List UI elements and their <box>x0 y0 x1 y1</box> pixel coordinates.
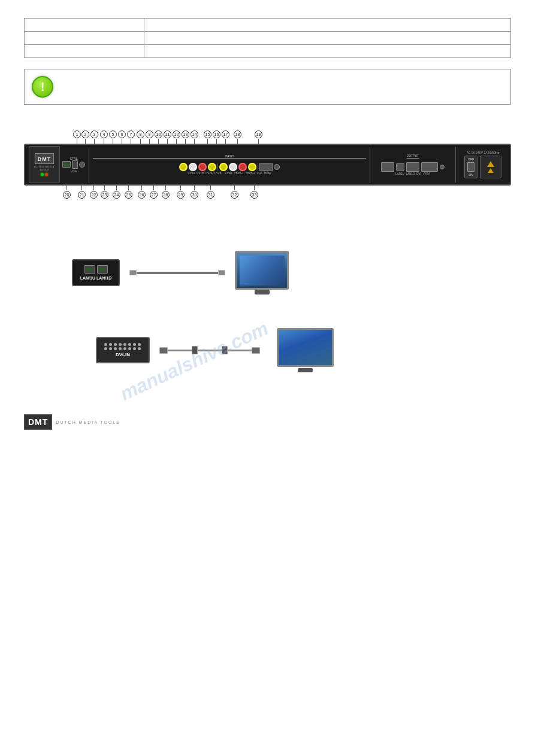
dvi-pin <box>128 343 131 346</box>
monitor-screen-1 <box>240 256 285 286</box>
lan-device-box: LAN/1U LAN/1D <box>72 259 120 286</box>
annotations-top: 1 2 3 4 5 6 7 <box>24 123 511 144</box>
vga-label: VGA <box>257 172 263 175</box>
dvi-connection-diagram: DVI-IN <box>96 328 511 372</box>
dvi-out-label: DVI <box>416 172 421 175</box>
dvi-pin <box>119 347 122 350</box>
dvi-input-1 <box>259 163 273 171</box>
divider-1 <box>89 147 89 183</box>
ann-5: 5 <box>109 130 117 144</box>
table-row <box>25 19 511 32</box>
ann-19: 19 <box>255 130 262 144</box>
ann-22: 22 <box>90 186 98 199</box>
lan1d-label: LAN1D <box>406 172 415 175</box>
cable-end-left <box>129 270 137 275</box>
input-section: INPUT <box>93 154 366 175</box>
ann-33: 33 <box>250 186 258 199</box>
ctrl-button <box>79 162 85 168</box>
ann-17: 17 <box>222 130 229 144</box>
dmt-tools: TOOLS <box>40 168 49 171</box>
dvi-pin <box>109 343 112 346</box>
monitor-stand-1 <box>255 290 270 294</box>
switch-toggle <box>467 162 474 172</box>
ctrl-label: CTRL <box>69 157 77 160</box>
monitor-2 <box>277 328 334 367</box>
lan1u-label: LAN1U <box>395 172 404 175</box>
ann-15: 15 <box>204 130 211 144</box>
dvi-output-2 <box>406 162 419 172</box>
dvi-cable-end-right <box>252 347 260 354</box>
dvi-connector-box: DVI-IN <box>96 337 150 363</box>
cable-body <box>137 272 218 274</box>
lan-connection-diagram: LAN/1U LAN/1D <box>72 251 511 294</box>
hdmi-label: HDMI <box>264 172 271 175</box>
ann-25: 25 <box>125 186 132 199</box>
ann-14: 14 <box>191 130 198 144</box>
dvi-pin <box>133 343 136 346</box>
ann-8: 8 <box>137 130 144 144</box>
dvi-cable-body-2 <box>198 350 222 351</box>
db15-output <box>421 162 438 172</box>
output-labels: LAN1U LAN1D DVI +VGA <box>395 172 430 175</box>
footer-logo-subtitle: DUTCH MEDIA TOOLS <box>56 420 120 424</box>
input-button-1 <box>274 164 280 170</box>
led-orange <box>45 173 48 176</box>
lan-port-1u <box>84 265 95 274</box>
monitor-screen-2 <box>279 330 332 365</box>
hdmi-output-1 <box>396 163 404 171</box>
dmt-logo-area: DMT DUTCH MEDIA TOOLS <box>29 146 60 183</box>
rca-white-1 <box>189 163 197 171</box>
power-controls: OFF ON <box>464 156 501 178</box>
rca-yellow-1 <box>179 163 188 171</box>
divider-3 <box>455 147 456 183</box>
dmt-logo-box: DMT <box>35 153 55 164</box>
cv1a-label: CV1A <box>188 172 195 175</box>
led-indicators <box>41 173 48 176</box>
annotations-bottom: 20 21 22 23 24 25 <box>24 186 511 207</box>
output-section: OUTPUT LAN1U LAN1D DVI +VGA <box>374 154 452 175</box>
ctrl-sub-labels: VGA <box>71 169 77 173</box>
micro-divider <box>217 163 218 171</box>
ann-29: 29 <box>177 186 185 199</box>
table-cell <box>25 45 144 58</box>
warning-triangle-2-icon <box>488 168 494 173</box>
table-cell <box>144 32 511 45</box>
ctrl-connectors <box>62 160 85 169</box>
dvi-output-1 <box>381 162 394 172</box>
ann-11: 11 <box>164 130 171 144</box>
off-label: OFF <box>468 157 474 161</box>
dvi-pin <box>119 343 122 346</box>
footer-logo: DMT DUTCH MEDIA TOOLS <box>24 414 511 430</box>
rca-red-2 <box>238 163 247 171</box>
dvi-label: DVI-IN <box>116 352 130 357</box>
monitor-1 <box>235 251 289 290</box>
divider-2 <box>370 147 370 183</box>
ann-1: 1 <box>73 130 81 144</box>
ann-10: 10 <box>155 130 162 144</box>
dvi-pin <box>128 347 131 350</box>
dvi-pin <box>109 347 112 350</box>
dvi-pin <box>133 347 136 350</box>
monitor-wrapper-2 <box>277 328 334 372</box>
dvi-pin <box>138 347 141 350</box>
ctrl-lan-port <box>62 161 71 168</box>
table-cell <box>25 19 144 32</box>
output-connectors <box>381 162 445 172</box>
dmt-logo-text: DMT <box>38 156 52 162</box>
dvi-pin <box>123 343 126 346</box>
ann-28: 28 <box>162 186 170 199</box>
footer-logo-box: DMT <box>24 414 52 430</box>
cv2b-label: CV2B <box>214 172 222 175</box>
ann-16: 16 <box>213 130 220 144</box>
ann-26: 26 <box>138 186 146 199</box>
lan-port-label: LAN/1U LAN/1D <box>80 276 112 280</box>
ann-27: 27 <box>150 186 158 199</box>
power-section: AC 90-240V 3A 50/60Hz OFF ON <box>460 151 506 178</box>
input-labels-row: CV1A CV1B CV2A CV2B CV3R YBPB-1 YBPB-2 V… <box>188 172 271 175</box>
dvi-adapter-1 <box>192 346 198 354</box>
table-row <box>25 32 511 45</box>
on-label: ON <box>468 173 473 177</box>
notice-box: ! <box>24 69 511 105</box>
ann-32: 32 <box>231 186 238 199</box>
ctrl-section: CTRL VGA <box>62 157 85 173</box>
